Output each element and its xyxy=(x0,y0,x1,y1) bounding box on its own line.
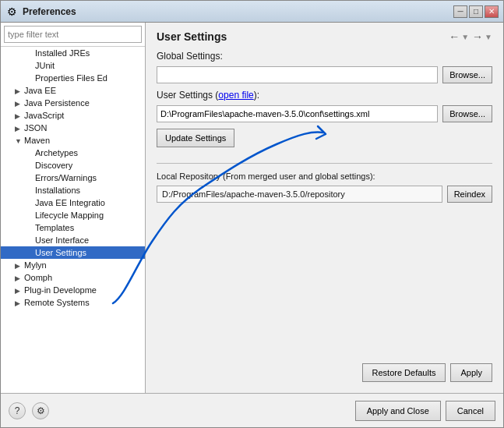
tree-item[interactable]: ▶Mylyn xyxy=(1,259,145,271)
filter-input[interactable] xyxy=(4,26,142,43)
tree-item[interactable]: User Interface xyxy=(1,234,145,246)
help-icon[interactable]: ? xyxy=(9,402,26,419)
apply-and-close-button[interactable]: Apply and Close xyxy=(355,401,441,421)
cancel-button[interactable]: Cancel xyxy=(446,401,495,421)
tree-item[interactable]: Archetypes xyxy=(1,147,145,159)
maximize-button[interactable]: □ xyxy=(469,5,483,18)
tree-item[interactable]: Errors/Warnings xyxy=(1,172,145,184)
tree-item[interactable]: JUnit xyxy=(1,59,145,72)
tree-item[interactable]: ▼Maven xyxy=(1,134,145,147)
tree-expand-icon: ▶ xyxy=(15,299,24,307)
global-settings-row: Browse... xyxy=(157,66,492,83)
right-title: User Settings xyxy=(157,30,227,43)
tree-area: Installed JREsJUnitProperties Files Ed▶J… xyxy=(1,47,145,393)
left-panel: Installed JREsJUnitProperties Files Ed▶J… xyxy=(1,23,146,393)
tree-expand-icon: ▶ xyxy=(15,87,24,95)
tree-item[interactable]: Discovery xyxy=(1,159,145,172)
browse-button-2[interactable]: Browse... xyxy=(442,105,492,122)
user-settings-label: User Settings (open file): xyxy=(157,90,492,101)
tree-item[interactable]: Java EE Integratio xyxy=(1,196,145,209)
tree-item[interactable]: ▶Java EE xyxy=(1,84,145,97)
tree-expand-icon: ▶ xyxy=(15,262,24,270)
tree-item[interactable]: ▶Plug-in Developme xyxy=(1,284,145,296)
tree-item[interactable]: ▶Oomph xyxy=(1,271,145,284)
global-settings-input[interactable] xyxy=(157,66,438,83)
tree-item[interactable]: User Settings xyxy=(1,246,145,259)
window-title: Preferences xyxy=(23,6,453,17)
tree-expand-icon: ▶ xyxy=(15,100,24,108)
user-settings-row: Browse... xyxy=(157,105,492,122)
browse-button-1[interactable]: Browse... xyxy=(442,66,492,83)
nav-buttons: ←▼ →▼ xyxy=(449,30,492,43)
local-repo-path: D:/ProgramFiles/apache-maven-3.5.0/repos… xyxy=(157,186,442,203)
local-repo-label: Local Repository (From merged user and g… xyxy=(157,172,492,181)
tree-item[interactable]: ▶Java Persistence xyxy=(1,97,145,109)
footer-left: ? ⚙ xyxy=(9,402,49,419)
separator xyxy=(157,163,492,164)
tree-item[interactable]: Installations xyxy=(1,184,145,196)
main-content: Installed JREsJUnitProperties Files Ed▶J… xyxy=(1,23,503,393)
tree-expand-icon: ▶ xyxy=(15,287,24,295)
user-settings-input[interactable] xyxy=(157,105,438,122)
right-header: User Settings ←▼ →▼ xyxy=(157,30,492,43)
restore-defaults-button[interactable]: Restore Defaults xyxy=(362,363,446,382)
reindex-button[interactable]: Reindex xyxy=(447,186,492,203)
tree-item[interactable]: ▶JSON xyxy=(1,122,145,134)
tree-item[interactable]: ▶JavaScript xyxy=(1,109,145,122)
minimize-button[interactable]: ─ xyxy=(453,5,467,18)
tree-expand-icon: ▶ xyxy=(15,125,24,133)
bottom-buttons: Restore Defaults Apply xyxy=(157,360,492,385)
settings-icon[interactable]: ⚙ xyxy=(32,402,49,419)
nav-forward-button[interactable]: →▼ xyxy=(472,30,492,43)
tree-item[interactable]: Properties Files Ed xyxy=(1,72,145,84)
tree-expand-icon: ▶ xyxy=(15,112,24,120)
tree-item[interactable]: ▶Remote Systems xyxy=(1,296,145,309)
close-button[interactable]: ✕ xyxy=(485,5,499,18)
footer-right: Apply and Close Cancel xyxy=(355,401,495,421)
tree-expand-icon: ▶ xyxy=(15,274,24,282)
footer-bar: ? ⚙ Apply and Close Cancel xyxy=(1,393,503,427)
tree-expand-icon: ▼ xyxy=(15,137,24,145)
tree-item[interactable]: Templates xyxy=(1,221,145,234)
tree-item[interactable]: Lifecycle Mapping xyxy=(1,209,145,221)
window-icon: ⚙ xyxy=(5,5,18,18)
nav-back-button[interactable]: ←▼ xyxy=(449,30,469,43)
title-bar-buttons: ─ □ ✕ xyxy=(453,5,499,18)
tree-item[interactable]: Installed JREs xyxy=(1,47,145,59)
right-panel: User Settings ←▼ →▼ Global Settings: Bro… xyxy=(146,23,503,393)
title-bar: ⚙ Preferences ─ □ ✕ xyxy=(1,1,503,23)
local-repo-row: D:/ProgramFiles/apache-maven-3.5.0/repos… xyxy=(157,186,492,203)
global-settings-label: Global Settings: xyxy=(157,51,492,62)
open-file-link[interactable]: open file xyxy=(218,90,253,101)
filter-input-wrap xyxy=(1,23,145,47)
apply-button[interactable]: Apply xyxy=(450,363,492,382)
update-settings-button[interactable]: Update Settings xyxy=(157,129,234,147)
